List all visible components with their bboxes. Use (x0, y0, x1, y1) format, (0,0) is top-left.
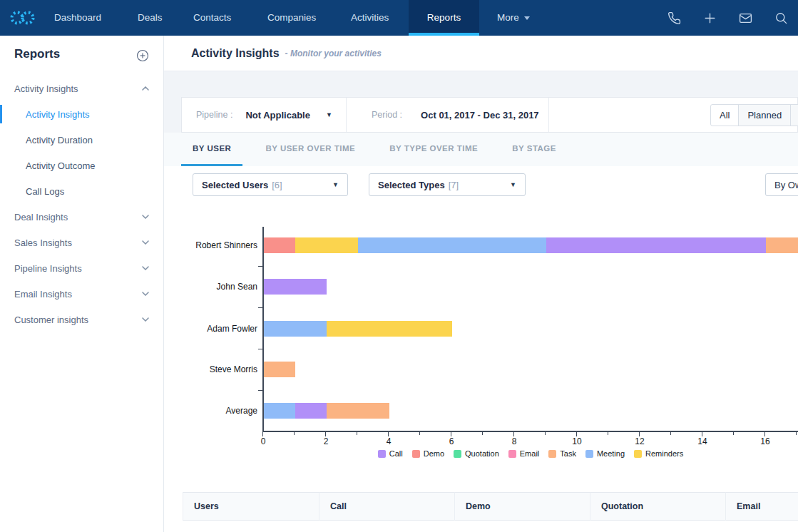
legend-item-task: Task (548, 449, 576, 458)
active-item-indicator (0, 105, 2, 123)
legend-item-call: Call (378, 449, 403, 458)
caret-down-icon: ▼ (510, 181, 516, 188)
bar-segment-task (264, 362, 295, 377)
sidebar-item-activity-outcome[interactable]: Activity Outcome (0, 153, 163, 178)
chart-bar-john-sean (264, 279, 327, 295)
table-header-call: Call (319, 492, 454, 521)
add-report-button[interactable] (136, 49, 149, 62)
x-axis-tick (576, 432, 577, 436)
period-filter[interactable]: Period : Oct 01, 2017 - Dec 31, 2017 (372, 98, 539, 132)
nav-item-more[interactable]: More (497, 0, 530, 36)
chart-bar-robert-shinners (264, 237, 798, 253)
x-axis-tick (262, 432, 263, 436)
nav-item-label: More (497, 12, 519, 23)
tab-by-stage[interactable]: BY STAGE (501, 133, 568, 166)
legend-label: Quotation (465, 449, 499, 458)
x-axis-tick-label: 12 (625, 436, 654, 446)
bar-segment-task (766, 237, 798, 253)
nav-item-reports[interactable]: Reports (409, 0, 479, 36)
nav-item-dashboard[interactable]: Dashboard (54, 0, 101, 36)
chart-bar-steve-morris (264, 362, 295, 377)
legend-item-quotation: Quotation (454, 449, 499, 458)
pipeline-filter-dropdown[interactable]: Pipeline : Not Applicable ▼ (196, 98, 332, 132)
x-axis-tick-label: 6 (437, 436, 466, 446)
phone-icon[interactable] (667, 11, 681, 25)
x-axis-tick (513, 432, 514, 436)
x-axis-tick (325, 432, 326, 436)
chevron-down-icon (142, 317, 149, 322)
selected-types-dropdown[interactable]: Selected Types [7] ▼ (369, 173, 526, 196)
x-axis-tick-label: 8 (500, 436, 528, 446)
tab-by-user[interactable]: BY USER (181, 133, 242, 166)
bar-segment-task (327, 403, 389, 419)
y-axis-tick (258, 307, 262, 308)
nav-item-label: Dashboard (54, 12, 101, 23)
sidebar-section-activity-insights[interactable]: Activity Insights (0, 76, 163, 101)
legend-item-demo: Demo (412, 449, 444, 458)
mail-icon[interactable] (739, 11, 752, 25)
chevron-down-icon (142, 240, 149, 245)
by-owner-dropdown[interactable]: By Ow (765, 173, 798, 196)
nav-item-deals[interactable]: Deals (138, 0, 163, 36)
chart-bar-average (264, 403, 389, 419)
by-owner-label: By Ow (774, 180, 798, 190)
nav-item-activities[interactable]: Activities (351, 0, 389, 36)
page-subtitle: - Monitor your activities (285, 48, 382, 58)
legend-label: Call (389, 449, 403, 458)
nav-item-label: Deals (138, 12, 163, 23)
selected-types-label: Selected Types (378, 180, 445, 190)
nav-item-companies[interactable]: Companies (267, 0, 316, 36)
legend-swatch-demo (412, 450, 420, 458)
app-root: DashboardDealsContactsCompaniesActivitie… (0, 0, 798, 532)
legend-swatch-email (508, 450, 516, 458)
period-filter-value: Oct 01, 2017 - Dec 31, 2017 (421, 110, 539, 121)
nav-item-contacts[interactable]: Contacts (193, 0, 231, 36)
sidebar-item-activity-duration[interactable]: Activity Duration (0, 127, 163, 153)
bar-segment-call (264, 279, 327, 295)
nav-item-label: Reports (427, 12, 461, 23)
legend-swatch-reminders (634, 450, 642, 458)
y-axis-tick (258, 266, 262, 267)
legend-item-meeting: Meeting (585, 449, 625, 458)
sidebar-section-sales-insights[interactable]: Sales Insights (0, 230, 163, 255)
x-axis-minor-tick (608, 432, 608, 435)
caret-down-icon: ▼ (332, 181, 339, 188)
selected-users-dropdown[interactable]: Selected Users [6] ▼ (193, 173, 348, 196)
x-axis-tick (639, 432, 640, 436)
pipeline-filter-value: Not Applicable (245, 110, 310, 121)
x-axis-minor-tick (545, 432, 546, 435)
activity-table-header: UsersCallDemoQuotationEmail (183, 492, 798, 521)
status-filter-all[interactable]: All (710, 104, 739, 126)
sidebar-section-email-insights[interactable]: Email Insights (0, 281, 163, 307)
selected-types-count: [7] (449, 180, 459, 190)
x-axis-minor-tick (733, 432, 734, 435)
legend-label: Demo (424, 449, 444, 458)
sidebar-section-customer-insights[interactable]: Customer insights (0, 307, 163, 332)
bar-segment-reminders (327, 321, 452, 337)
x-axis-tick-label: 16 (751, 436, 779, 446)
status-filter-group: AllPlannedCo (710, 104, 798, 126)
status-filter-co[interactable]: Co (790, 104, 798, 126)
search-icon[interactable] (774, 11, 788, 25)
nav-item-label: Activities (351, 12, 389, 23)
plus-icon[interactable] (703, 11, 717, 25)
tab-by-user-over-time[interactable]: BY USER OVER TIME (254, 133, 367, 166)
brand-logo-icon[interactable] (9, 9, 38, 29)
sidebar-section-pipeline-insights[interactable]: Pipeline Insights (0, 255, 163, 281)
tab-by-type-over-time[interactable]: BY TYPE OVER TIME (378, 133, 489, 166)
filter-divider (548, 98, 549, 132)
x-axis-tick-label: 2 (312, 436, 340, 446)
status-filter-planned[interactable]: Planned (738, 104, 791, 126)
chevron-down-icon (142, 292, 149, 296)
caret-down-icon: ▼ (326, 111, 332, 118)
reports-sidebar: Reports Activity InsightsActivity Insigh… (0, 36, 164, 532)
x-axis-tick (451, 432, 451, 436)
x-axis-minor-tick (419, 432, 420, 435)
selected-users-count: [6] (272, 180, 282, 190)
bar-segment-reminders (295, 237, 358, 253)
chevron-down-icon (142, 266, 149, 270)
x-axis-tick-label: 4 (374, 436, 403, 446)
sidebar-item-call-logs[interactable]: Call Logs (0, 178, 163, 204)
sidebar-section-deal-insights[interactable]: Deal Insights (0, 204, 163, 230)
sidebar-item-activity-insights[interactable]: Activity Insights (0, 101, 163, 127)
